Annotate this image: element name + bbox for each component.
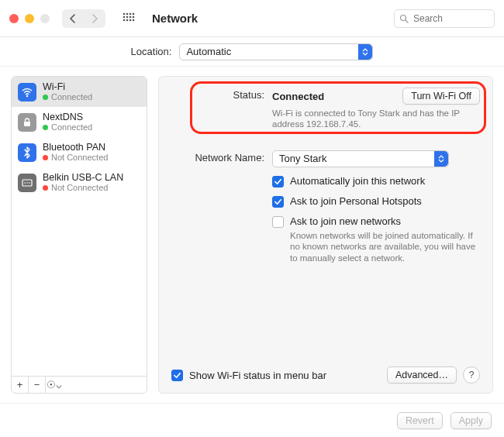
ask-new-label: Ask to join new networks [290, 215, 401, 227]
network-name-row: Network Name: Tony Stark [171, 150, 480, 167]
service-status: Connected [43, 92, 92, 102]
chevron-updown-icon [434, 151, 448, 167]
wifi-toggle-button[interactable]: Turn Wi-Fi Off [402, 88, 480, 105]
pane-title: Network [152, 12, 198, 25]
status-dot-icon [43, 185, 48, 191]
service-item-bluetooth-pan[interactable]: Bluetooth PAN Not Connected [12, 137, 147, 167]
svg-line-13 [406, 20, 408, 22]
svg-point-4 [123, 15, 126, 18]
status-dot-icon [43, 155, 48, 160]
location-value: Automatic [186, 46, 231, 57]
show-menubar-label: Show Wi-Fi status in menu bar [189, 370, 326, 381]
window-controls [9, 14, 50, 23]
svg-rect-15 [24, 122, 30, 126]
service-name: Bluetooth PAN [43, 142, 108, 153]
forward-button[interactable] [84, 9, 105, 28]
svg-point-14 [26, 95, 28, 96]
wifi-icon [18, 83, 36, 102]
service-item-wifi[interactable]: Wi-Fi Connected [12, 77, 147, 107]
network-name-label: Network Name: [171, 150, 272, 163]
svg-point-1 [126, 12, 129, 15]
lock-icon [18, 113, 36, 132]
svg-point-11 [133, 19, 135, 21]
svg-point-19 [29, 182, 30, 184]
svg-point-17 [24, 182, 26, 184]
ask-new-help: Known networks will be joined automatica… [290, 230, 480, 263]
auto-join-label: Automatically join this network [290, 175, 425, 187]
detail-footer: Show Wi-Fi status in menu bar Advanced… … [171, 366, 480, 384]
location-select[interactable]: Automatic [179, 43, 373, 60]
bluetooth-icon [18, 143, 36, 162]
network-name-select[interactable]: Tony Stark [272, 150, 449, 167]
minimize-window-button[interactable] [25, 14, 34, 23]
ask-hotspot-checkbox[interactable] [272, 196, 284, 208]
ethernet-icon [18, 174, 36, 192]
svg-point-2 [129, 12, 132, 15]
location-label: Location: [131, 46, 172, 57]
status-subtext: Wi-Fi is connected to Tony Stark and has… [272, 108, 466, 130]
auto-join-checkbox[interactable] [272, 176, 284, 188]
service-item-belkin-lan[interactable]: Belkin USB-C LAN Not Connected [12, 167, 147, 198]
svg-point-5 [126, 15, 129, 18]
svg-point-10 [129, 19, 132, 21]
close-window-button[interactable] [9, 14, 19, 23]
ask-new-checkbox[interactable] [272, 216, 284, 228]
status-value: Connected [272, 91, 324, 102]
service-actions-button[interactable]: ☉⌵ [46, 377, 63, 393]
svg-point-18 [26, 182, 28, 184]
service-status: Not Connected [43, 183, 123, 193]
service-name: Wi-Fi [43, 81, 92, 92]
svg-point-0 [123, 12, 126, 15]
body: Wi-Fi Connected NextDNS Connected [0, 67, 504, 403]
apply-button[interactable]: Apply [450, 412, 492, 429]
advanced-button[interactable]: Advanced… [387, 366, 457, 384]
titlebar: Network [0, 0, 504, 37]
detail-pane: Status: Connected Turn Wi-Fi Off Wi-Fi i… [158, 76, 493, 394]
service-sidebar: Wi-Fi Connected NextDNS Connected [11, 76, 147, 394]
service-list: Wi-Fi Connected NextDNS Connected [12, 77, 147, 376]
svg-point-8 [123, 19, 126, 21]
show-all-button[interactable] [119, 9, 138, 28]
zoom-window-button[interactable] [40, 14, 50, 23]
status-row: Status: Connected Turn Wi-Fi Off Wi-Fi i… [171, 88, 480, 130]
back-button[interactable] [62, 9, 84, 28]
network-prefpane: Network Location: Automatic [0, 0, 504, 437]
svg-point-9 [126, 19, 129, 21]
svg-point-6 [129, 15, 132, 18]
add-service-button[interactable]: + [12, 377, 29, 393]
svg-point-12 [401, 15, 406, 20]
service-item-nextdns[interactable]: NextDNS Connected [12, 107, 147, 137]
service-status: Connected [43, 122, 92, 132]
status-dot-icon [43, 95, 48, 100]
status-label: Status: [171, 88, 272, 101]
service-name: Belkin USB-C LAN [43, 172, 123, 183]
network-name-value: Tony Stark [279, 153, 326, 164]
remove-service-button[interactable]: − [29, 377, 46, 393]
status-dot-icon [43, 125, 48, 130]
svg-point-7 [133, 15, 135, 18]
search-field[interactable] [394, 9, 495, 28]
help-button[interactable]: ? [463, 366, 480, 384]
revert-button[interactable]: Revert [397, 412, 443, 429]
nav-buttons [62, 9, 105, 28]
svg-point-3 [133, 12, 135, 15]
show-menubar-checkbox[interactable] [171, 370, 183, 381]
sidebar-footer: + − ☉⌵ [12, 376, 147, 393]
search-icon [399, 14, 409, 23]
ask-hotspot-label: Ask to join Personal Hotspots [290, 195, 422, 207]
bottom-bar: Revert Apply [0, 403, 504, 437]
options-block: Automatically join this network Ask to j… [171, 175, 480, 271]
chevron-updown-icon [358, 44, 372, 60]
service-name: NextDNS [43, 112, 92, 122]
search-input[interactable] [413, 13, 483, 24]
service-status: Not Connected [43, 153, 108, 163]
location-row: Location: Automatic [0, 37, 504, 67]
